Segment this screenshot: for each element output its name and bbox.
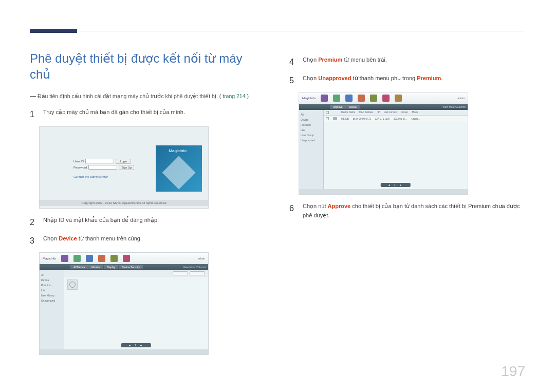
sub-tab[interactable]: Display (104, 265, 118, 269)
step-number: 3 (30, 234, 38, 248)
text: Chọn (43, 235, 59, 241)
step-3: 3 Chọn Device từ thanh menu trên cùng. (30, 234, 266, 248)
text: từ menu bên trái. (342, 57, 387, 63)
step-1: 1 Truy cập máy chủ mà bạn đã gán cho thi… (30, 108, 266, 121)
app-topbar: MagicInfo admin (40, 253, 208, 264)
step-text: Chọn Premium từ menu bên trái. (303, 55, 387, 69)
password-input[interactable] (88, 165, 117, 170)
sidebar-item-premium[interactable]: Premium (301, 122, 322, 127)
sub-tab[interactable]: Device Security (119, 265, 143, 269)
top-nav-icon[interactable] (321, 95, 328, 102)
userid-label: User ID (73, 160, 84, 163)
sub-tab-approve[interactable]: Approve (330, 105, 346, 109)
page-link[interactable]: trang 214 (223, 93, 245, 99)
app-main: ◄ 1 ► (64, 270, 208, 349)
text: từ thanh menu phụ trong (351, 75, 417, 81)
sidebar-item[interactable]: Premium (41, 283, 62, 288)
screenshot-device-menu: MagicInfo admin All Device Monitor Displ… (39, 252, 209, 355)
app-subbar: Approve Delete View More Columns (299, 104, 468, 110)
cell: 2013-01-07... (394, 118, 408, 120)
pager[interactable]: ◄ 1 ► (381, 183, 411, 187)
text: . (441, 75, 442, 81)
top-nav-icon[interactable] (110, 255, 118, 262)
login-copyright: Copyright 2009 - 2012 SamsungElectronics… (40, 200, 208, 206)
sidebar-item[interactable]: Lite (301, 127, 322, 133)
device-list-row[interactable]: ME40B d6-0f-00-00-0f-72 127, 1, 1, 1(d) … (324, 116, 468, 122)
app-sidebar: All Device Premium Lite User Group Unapp… (299, 110, 324, 189)
app-footer (40, 349, 208, 354)
step-text: Nhập ID và mật khẩu của bạn để đăng nhập… (43, 216, 159, 229)
row-checkbox[interactable] (326, 117, 329, 120)
step-text: Chọn nút Approve cho thiết bị của bạn từ… (303, 202, 525, 220)
top-nav-icon[interactable] (73, 255, 81, 262)
view-more[interactable]: View More Columns (442, 105, 466, 108)
pager[interactable]: ◄ 1 ► (121, 343, 151, 347)
top-nav-icon[interactable] (123, 255, 130, 262)
top-nav-icon[interactable] (370, 95, 377, 102)
page-title: Phê duyệt thiết bị được kết nối từ máy c… (30, 50, 266, 82)
top-nav-icon[interactable] (395, 95, 402, 102)
view-more[interactable]: View More Columns (183, 266, 206, 269)
sidebar-item[interactable]: User Group (41, 293, 62, 298)
top-nav-icon[interactable] (98, 255, 105, 262)
hl-approve: Approve (328, 203, 351, 209)
userid-input[interactable] (85, 159, 114, 163)
sidebar-item-unapproved[interactable]: Unapproved (301, 138, 322, 143)
text: Chọn (303, 75, 318, 81)
app-subbar: All Device Monitor Display Device Securi… (40, 264, 208, 270)
note-suffix: ) (247, 93, 249, 99)
sidebar-item[interactable]: All (41, 272, 62, 277)
sidebar-item[interactable]: Device (41, 277, 62, 283)
right-column: 4 Chọn Premium từ menu bên trái. 5 Chọn … (289, 50, 525, 362)
note-dash: ― (30, 92, 36, 100)
contact-admin-link[interactable]: Contact the administrator (73, 175, 151, 178)
header-accent (30, 29, 77, 33)
step-text: Truy cập máy chủ mà bạn đã gán cho thiết… (43, 108, 185, 121)
cell: Group... (412, 118, 420, 120)
signup-button[interactable]: Sign Up (119, 165, 134, 170)
cell: 127, 1, 1, 1(d) (375, 118, 390, 120)
sub-tab-delete[interactable]: Delete (346, 105, 360, 109)
toolbar-button[interactable] (173, 271, 188, 275)
sub-tab[interactable]: All Device (70, 265, 88, 269)
login-brand: MagicInfo (169, 148, 187, 153)
step-number: 4 (289, 55, 298, 69)
hl-premium: Premium (417, 75, 441, 81)
sidebar-item[interactable]: All (301, 112, 322, 117)
app-main: Device Name MAC Address IP Last Connect … (324, 110, 468, 189)
top-nav-icon[interactable] (61, 255, 68, 262)
select-all-checkbox[interactable] (326, 111, 329, 114)
top-nav-icon[interactable] (382, 95, 390, 102)
sidebar-item[interactable]: Lite (41, 288, 62, 293)
sidebar-item[interactable]: Device (301, 117, 322, 122)
left-column: Phê duyệt thiết bị được kết nối từ máy c… (30, 50, 266, 362)
hl-premium: Premium (318, 57, 342, 63)
top-nav-device-icon[interactable] (86, 255, 93, 262)
text: Chọn (303, 57, 318, 63)
toolbar-button[interactable] (190, 271, 205, 275)
app-logo: MagicInfo (302, 97, 316, 100)
screenshot-unapproved-list: MagicInfo admin Approve Delete View More… (299, 92, 468, 195)
user-label[interactable]: admin (198, 257, 205, 260)
step-5: 5 Chọn Unapproved từ thanh menu phụ tron… (289, 74, 525, 87)
col-header: MAC Address (359, 111, 374, 114)
text: từ thanh menu trên cùng. (77, 235, 142, 241)
top-nav-icon[interactable] (358, 95, 365, 102)
sub-tab[interactable]: Monitor (88, 265, 103, 269)
app-logo: MagicInfo (43, 257, 56, 260)
sidebar-item[interactable]: User Group (301, 133, 322, 138)
toolbar (64, 270, 208, 276)
step-number: 1 (30, 108, 38, 121)
cell: ME40B (341, 118, 349, 120)
sidebar-item[interactable]: Unapproved (41, 298, 62, 303)
app-sidebar: All Device Premium Lite User Group Unapp… (40, 270, 64, 349)
login-button[interactable]: Login (116, 159, 131, 164)
col-header: Model (412, 111, 418, 114)
user-label[interactable]: admin (457, 97, 465, 100)
top-nav-device-icon[interactable] (345, 95, 353, 102)
page-number: 197 (501, 363, 525, 380)
login-form: User ID Login Password Sign Up Contact t… (73, 158, 151, 178)
top-nav-icon[interactable] (333, 95, 340, 102)
cell: d6-0f-00-00-0f-72 (353, 118, 371, 120)
content-columns: Phê duyệt thiết bị được kết nối từ máy c… (30, 50, 525, 362)
